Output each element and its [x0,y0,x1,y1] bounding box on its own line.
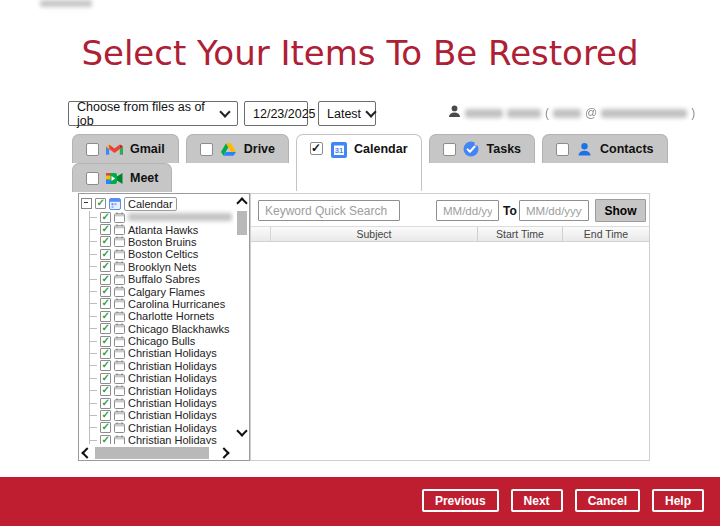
tree-item-checkbox[interactable] [100,298,111,309]
tree-item[interactable]: Christian Holidays [87,384,234,396]
tree-item[interactable]: Charlotte Hornets [87,310,234,322]
tree-item-checkbox[interactable] [100,311,111,322]
calendar-item-icon [114,360,125,371]
tree-root-checkbox[interactable] [95,198,106,209]
cancel-button[interactable]: Cancel [575,489,640,512]
tree-item-checkbox[interactable] [100,249,111,260]
tab-checkbox-meet[interactable] [86,172,99,185]
calendar-item-icon [114,373,125,384]
redacted-user-name [507,109,541,118]
job-version-dropdown[interactable]: Latest [318,101,376,126]
tree-item-checkbox[interactable] [100,224,111,235]
tree-item-checkbox[interactable] [100,422,111,433]
tree-item-checkbox[interactable] [100,274,111,285]
tree-item[interactable]: Chicago Blackhawks [87,323,234,335]
tree-item[interactable]: Calgary Flames [87,285,234,297]
tab-meet[interactable]: Meet [72,163,172,192]
tree-item-checkbox[interactable] [100,348,111,359]
show-button[interactable]: Show [595,199,646,222]
next-button[interactable]: Next [511,489,563,512]
tab-calendar[interactable]: 31Calendar [296,134,422,191]
events-table-header: SubjectStart TimeEnd Time [251,226,649,242]
tree-item-checkbox[interactable] [100,410,111,421]
calendar-item-icon [114,236,125,247]
tree-item-checkbox[interactable] [100,323,111,334]
tree-item-checkbox[interactable] [100,360,111,371]
service-tabs-row-2: Meet [72,163,172,192]
tree-item-checkbox[interactable] [100,385,111,396]
tree-item-checkbox[interactable] [100,398,111,409]
tree-item[interactable]: Carolina Hurricanes [87,298,234,310]
tab-checkbox-contacts[interactable] [556,143,569,156]
tree-item[interactable]: Christian Holidays [87,434,234,444]
tab-drive[interactable]: Drive [186,134,289,163]
user-icon [448,104,461,122]
scroll-up-icon[interactable] [236,197,247,208]
tree-vertical-scrollbar[interactable] [235,194,249,445]
user-email-close-paren: ) [691,106,695,120]
tree-connector [89,378,97,379]
scroll-down-icon[interactable] [236,425,247,436]
tree-item-checkbox[interactable] [100,336,111,347]
tree-item[interactable]: Brooklyn Nets [87,261,234,273]
tree-item[interactable]: Buffalo Sabres [87,273,234,285]
svg-text:31: 31 [334,146,342,155]
tree-item-checkbox[interactable] [100,236,111,247]
tab-checkbox-tasks[interactable] [443,143,456,156]
tree-item[interactable]: Christian Holidays [87,422,234,434]
tab-gmail[interactable]: Gmail [72,134,179,163]
keyword-search-input[interactable] [258,200,400,221]
tree-item-label: Boston Bruins [128,236,196,248]
gmail-icon [106,141,123,157]
tree-item-checkbox[interactable] [100,212,111,223]
tree-connector [89,403,97,404]
tree-connector [89,217,97,218]
calendar-item-icon [114,348,125,359]
tree-item[interactable]: Christian Holidays [87,347,234,359]
tree-item-label: Christian Holidays [128,422,217,434]
tree-item-checkbox[interactable] [100,286,111,297]
tab-checkbox-calendar[interactable] [310,142,323,155]
tree-item[interactable]: Christian Holidays [87,360,234,372]
date-from-input[interactable] [436,200,499,221]
tree-item-checkbox[interactable] [100,435,111,444]
tree-item[interactable]: Atlanta Hawks [87,223,234,235]
redacted-email-local [553,109,581,118]
horizontal-scroll-thumb[interactable] [95,447,209,459]
tree-children: Atlanta HawksBoston BruinsBoston Celtics… [87,211,234,444]
account-info: ( @ ) [448,104,695,122]
tree-item[interactable]: Boston Bruins [87,236,234,248]
calendar-tree-panel: Calendar Atlanta HawksBoston BruinsBosto… [78,193,250,461]
tree-item[interactable]: Chicago Bulls [87,335,234,347]
tab-checkbox-gmail[interactable] [86,143,99,156]
tree-item[interactable]: Christian Holidays [87,409,234,421]
tree-item[interactable] [87,211,234,223]
job-source-dropdown[interactable]: Choose from files as of job [68,101,238,126]
calendar-item-icon [114,274,125,285]
tree-item-label: Chicago Blackhawks [128,323,230,335]
calendar-item-icon [114,398,125,409]
tab-checkbox-drive[interactable] [200,143,213,156]
tree-item-checkbox[interactable] [100,373,111,384]
job-date-dropdown[interactable]: 12/23/2025 [244,101,308,126]
scroll-right-icon[interactable] [218,447,229,458]
job-date-dropdown-value: 12/23/2025 [253,107,316,121]
tree-item[interactable]: Christian Holidays [87,397,234,409]
column-header-start-time: Start Time [478,227,563,241]
date-to-input[interactable] [519,200,589,221]
vertical-scroll-thumb[interactable] [237,211,247,235]
tab-tasks[interactable]: Tasks [429,134,536,163]
scroll-left-icon[interactable] [81,447,92,458]
tree-item-checkbox[interactable] [100,261,111,272]
tree-horizontal-scrollbar[interactable] [79,445,235,460]
tree-item-label: Chicago Bulls [128,335,195,347]
tab-contacts[interactable]: Contacts [542,134,667,163]
tree-root-calendar[interactable]: Calendar [81,196,234,211]
tab-label: Calendar [354,142,408,156]
previous-button[interactable]: Previous [422,489,499,512]
tree-item[interactable]: Boston Celtics [87,248,234,260]
help-button[interactable]: Help [652,489,704,512]
tree-item-label: Christian Holidays [128,372,217,384]
collapse-expander-icon[interactable] [81,198,92,209]
tree-item[interactable]: Christian Holidays [87,372,234,384]
